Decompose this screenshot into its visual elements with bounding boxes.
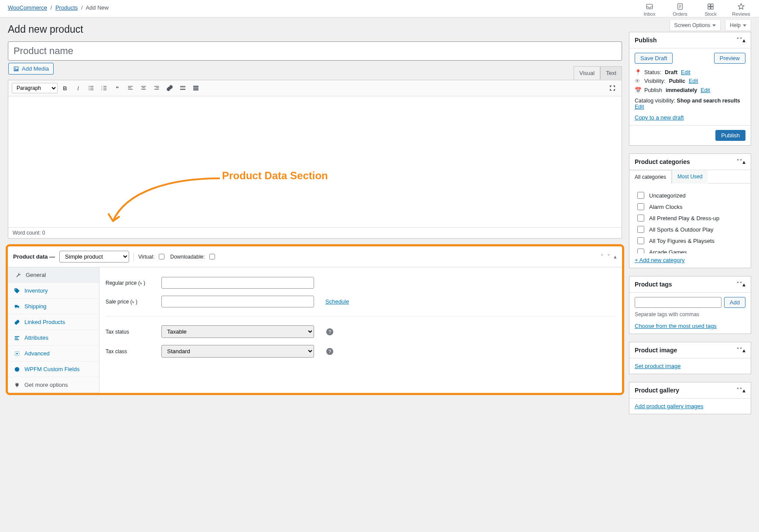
svg-rect-0 xyxy=(646,4,653,9)
svg-point-40 xyxy=(16,353,18,355)
calendar-icon: 📅 xyxy=(635,87,641,93)
preview-button[interactable]: Preview xyxy=(714,53,745,64)
metabox-up-icon[interactable]: ˄ xyxy=(736,37,739,44)
product-data-label: Product data — xyxy=(13,253,55,260)
align-center-button[interactable] xyxy=(138,82,149,94)
svg-rect-39 xyxy=(15,339,19,340)
toolbar-toggle-button[interactable] xyxy=(190,82,202,94)
help-icon[interactable]: ? xyxy=(326,348,333,355)
topnav-stock[interactable]: Stock xyxy=(701,3,721,17)
category-item[interactable]: All Toy Figures & Playsets xyxy=(636,235,745,246)
tax-status-label: Tax status xyxy=(106,329,154,335)
choose-tags-link[interactable]: Choose from the most used tags xyxy=(635,323,717,329)
tax-class-select[interactable]: Standard xyxy=(161,345,314,358)
svg-point-34 xyxy=(15,289,16,290)
virtual-checkbox[interactable] xyxy=(159,254,164,259)
tag-input[interactable] xyxy=(635,297,721,308)
svg-rect-33 xyxy=(193,89,198,91)
screen-options-tab[interactable]: Screen Options xyxy=(670,20,721,31)
topnav-reviews[interactable]: Reviews xyxy=(731,3,751,17)
block-format-select[interactable]: Paragraph xyxy=(12,83,58,93)
edit-status-link[interactable]: Edit xyxy=(681,69,691,75)
category-list[interactable]: UncategorizedAlarm ClocksAll Pretend Pla… xyxy=(635,188,745,253)
category-checkbox[interactable] xyxy=(637,192,644,199)
publish-button[interactable]: Publish xyxy=(715,130,745,141)
sale-price-label: Sale price (৳ ) xyxy=(106,299,154,305)
align-left-button[interactable] xyxy=(125,82,136,94)
downloadable-checkbox[interactable] xyxy=(209,254,215,259)
add-tag-button[interactable]: Add xyxy=(724,297,745,308)
schedule-link[interactable]: Schedule xyxy=(325,298,349,305)
tax-status-select[interactable]: Taxable xyxy=(161,325,314,338)
svg-rect-32 xyxy=(193,88,198,89)
metabox-toggle-icon[interactable]: ▴ xyxy=(614,253,617,260)
virtual-checkbox-label[interactable]: Virtual: xyxy=(138,252,166,261)
product-data-metabox: Product data — Simple product Virtual: D… xyxy=(8,246,622,393)
editor-tab-text[interactable]: Text xyxy=(600,66,622,79)
downloadable-checkbox-label[interactable]: Downloadable: xyxy=(170,252,216,261)
save-draft-button[interactable]: Save Draft xyxy=(635,53,673,64)
category-item[interactable]: All Pretend Play & Dress-up xyxy=(636,212,745,224)
edit-publish-date-link[interactable]: Edit xyxy=(701,87,710,93)
add-new-category-link[interactable]: + Add new category xyxy=(635,257,685,263)
category-item[interactable]: Arcade Games xyxy=(636,246,745,253)
regular-price-input[interactable] xyxy=(161,277,314,289)
editor-body[interactable] xyxy=(8,96,622,227)
edit-visibility-link[interactable]: Edit xyxy=(689,78,698,84)
italic-button[interactable]: I xyxy=(72,82,84,94)
pd-tab-general[interactable]: General xyxy=(8,267,99,283)
set-product-image-link[interactable]: Set product image xyxy=(635,363,681,369)
category-checkbox[interactable] xyxy=(637,215,644,222)
editor-tab-visual[interactable]: Visual xyxy=(574,66,600,79)
category-item[interactable]: Alarm Clocks xyxy=(636,201,745,212)
category-item[interactable]: All Sports & Outdoor Play xyxy=(636,224,745,235)
fullscreen-button[interactable] xyxy=(607,82,618,94)
pd-tab-attributes[interactable]: Attributes xyxy=(8,330,99,346)
add-media-button[interactable]: Add Media xyxy=(8,63,54,75)
pd-tab-advanced[interactable]: Advanced xyxy=(8,346,99,361)
breadcrumb-woocommerce[interactable]: WooCommerce xyxy=(8,4,47,11)
pd-tab-wpfm[interactable]: WPFM Custom Fields xyxy=(8,361,99,377)
svg-text:3: 3 xyxy=(101,89,103,91)
metabox-toggle-icon[interactable]: ▴ xyxy=(742,37,745,44)
metabox-down-icon[interactable]: ˅ xyxy=(607,253,610,260)
category-checkbox[interactable] xyxy=(637,226,644,233)
svg-rect-21 xyxy=(128,89,133,89)
add-gallery-images-link[interactable]: Add product gallery images xyxy=(635,403,704,409)
regular-price-label: Regular price (৳ ) xyxy=(106,280,154,286)
copy-draft-link[interactable]: Copy to a new draft xyxy=(635,114,684,121)
pd-tab-inventory[interactable]: Inventory xyxy=(8,283,99,299)
bullet-list-button[interactable] xyxy=(85,82,97,94)
category-checkbox[interactable] xyxy=(637,203,644,210)
pd-tab-shipping[interactable]: Shipping xyxy=(8,299,99,314)
product-title-input[interactable] xyxy=(8,41,622,61)
topnav-orders[interactable]: Orders xyxy=(670,3,690,17)
help-icon[interactable]: ? xyxy=(326,328,333,335)
insert-more-button[interactable] xyxy=(177,82,188,94)
svg-rect-37 xyxy=(15,336,20,337)
svg-rect-11 xyxy=(90,88,93,88)
pd-tab-more[interactable]: Get more options xyxy=(8,377,99,393)
tag-hint: Separate tags with commas xyxy=(635,311,745,317)
quote-button[interactable]: “ xyxy=(112,82,123,94)
link-button[interactable] xyxy=(164,82,175,94)
product-type-select[interactable]: Simple product xyxy=(59,251,129,263)
sale-price-input[interactable] xyxy=(161,296,314,307)
breadcrumb-products[interactable]: Products xyxy=(55,4,78,11)
category-item[interactable]: Uncategorized xyxy=(636,190,745,201)
cat-tab-most[interactable]: Most Used xyxy=(672,170,708,184)
metabox-up-icon[interactable]: ˄ xyxy=(601,253,604,260)
help-tab[interactable]: Help xyxy=(725,20,751,31)
pd-tab-linked[interactable]: Linked Products xyxy=(8,314,99,330)
orders-icon xyxy=(676,3,684,10)
number-list-button[interactable]: 123 xyxy=(99,82,110,94)
category-checkbox[interactable] xyxy=(637,249,644,253)
edit-catalog-link[interactable]: Edit xyxy=(635,104,644,110)
cat-tab-all[interactable]: All categories xyxy=(629,170,672,184)
bold-button[interactable]: B xyxy=(59,82,71,94)
product-image-metabox: Product image ˄˅▴ Set product image xyxy=(629,342,751,374)
category-checkbox[interactable] xyxy=(637,237,644,244)
metabox-down-icon[interactable]: ˅ xyxy=(739,37,742,44)
align-right-button[interactable] xyxy=(151,82,162,94)
topnav-inbox[interactable]: Inbox xyxy=(639,3,660,17)
